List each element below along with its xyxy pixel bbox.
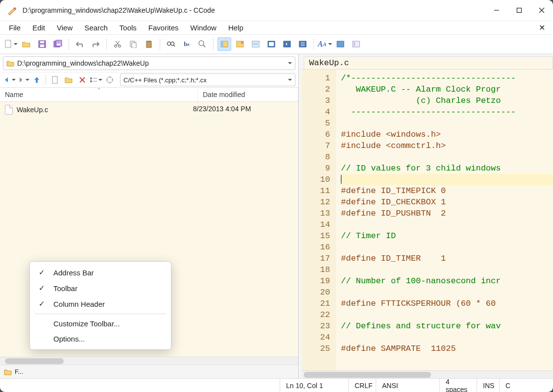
panel-button-6[interactable] xyxy=(296,37,310,51)
editor-tab[interactable]: WakeUp.c xyxy=(304,56,553,69)
status-language: C xyxy=(499,379,553,392)
open-file-button[interactable] xyxy=(20,37,33,51)
svg-point-20 xyxy=(171,42,174,46)
file-list[interactable]: WakeUp.c 8/23/2013 4:04 PM ✓ Address Bar… xyxy=(0,102,298,357)
panel-button-3[interactable] xyxy=(249,37,263,51)
menu-file[interactable]: File xyxy=(3,23,26,33)
address-bar[interactable]: D:\programming_windows\chap22\WakeUp xyxy=(3,56,295,70)
column-name[interactable]: ⌃ Name xyxy=(0,88,198,101)
new-file-nav-button[interactable] xyxy=(48,74,61,86)
window-title: D:\programming_windows\chap22\WakeUp\Wak… xyxy=(23,6,215,14)
menubar: File Edit View Search Tools Favorites Wi… xyxy=(0,21,553,34)
svg-rect-46 xyxy=(90,77,92,79)
main-toolbar: ba AA xyxy=(0,34,553,54)
status-filler xyxy=(0,379,280,392)
address-path: D:\programming_windows\chap22\WakeUp xyxy=(17,59,149,67)
status-indent: 4 spaces xyxy=(439,379,477,392)
check-icon: ✓ xyxy=(38,268,46,277)
target-button[interactable] xyxy=(103,74,116,86)
svg-point-19 xyxy=(168,42,171,46)
minimize-button[interactable] xyxy=(485,0,508,21)
check-icon: ✓ xyxy=(38,284,46,293)
code-editor[interactable]: 1234567891011121314151617181920212223242… xyxy=(302,70,553,370)
filter-caret-icon xyxy=(288,79,292,83)
editor-pane: WakeUp.c 1234567891011121314151617181920… xyxy=(302,54,553,378)
cm-address-bar[interactable]: ✓ Address Bar xyxy=(30,265,171,280)
line-number-gutter: 1234567891011121314151617181920212223242… xyxy=(302,70,336,370)
menu-view[interactable]: View xyxy=(51,23,78,33)
svg-point-22 xyxy=(199,41,204,46)
maximize-button[interactable] xyxy=(508,0,530,21)
context-menu: ✓ Address Bar ✓ Toolbar ✓ Column Header xyxy=(29,261,171,350)
panel-button-2[interactable] xyxy=(233,37,247,51)
cm-customize-toolbar[interactable]: Customize Toolbar... xyxy=(30,316,171,331)
new-file-button[interactable] xyxy=(4,37,18,51)
app-icon xyxy=(6,4,18,16)
panel-button-5[interactable] xyxy=(280,37,294,51)
panel-button-1[interactable] xyxy=(217,37,231,51)
font-style-button[interactable]: AA xyxy=(318,37,332,51)
svg-rect-1 xyxy=(517,8,522,13)
panel-button-8[interactable] xyxy=(349,37,363,51)
svg-rect-38 xyxy=(337,41,344,47)
folder-tab-icon xyxy=(4,368,12,375)
save-button[interactable] xyxy=(35,37,49,51)
redo-button[interactable] xyxy=(89,37,102,51)
document-close-icon[interactable]: ✕ xyxy=(534,22,550,33)
code-area[interactable]: /*--------------------------------- WAKE… xyxy=(336,70,553,370)
panel-button-7[interactable] xyxy=(334,37,347,51)
cut-button[interactable] xyxy=(111,37,124,51)
menu-help[interactable]: Help xyxy=(222,23,249,33)
status-eol: CRLF xyxy=(348,379,376,392)
filter-text: C/C++ Files (*.cpp;*.c;*.h;*.cx xyxy=(123,76,207,84)
paste-button[interactable] xyxy=(142,37,156,51)
find-button[interactable] xyxy=(164,37,178,51)
cm-column-header[interactable]: ✓ Column Header xyxy=(30,296,171,312)
replace-button[interactable]: ba xyxy=(180,37,193,51)
menu-favorites[interactable]: Favorites xyxy=(143,23,185,33)
file-name: WakeUp.c xyxy=(17,106,48,114)
find-in-files-button[interactable] xyxy=(195,37,209,51)
new-folder-nav-button[interactable] xyxy=(62,74,75,86)
cm-toolbar[interactable]: ✓ Toolbar xyxy=(30,280,171,296)
editor-h-scrollbar[interactable] xyxy=(302,370,553,378)
status-encoding: ANSI xyxy=(376,379,439,392)
svg-line-21 xyxy=(173,45,175,47)
svg-rect-18 xyxy=(147,41,150,42)
menu-tools[interactable]: Tools xyxy=(114,23,143,33)
status-insert: INS xyxy=(477,379,499,392)
copy-button[interactable] xyxy=(126,37,140,51)
view-mode-button[interactable] xyxy=(90,74,102,86)
cm-options[interactable]: Options... xyxy=(30,331,171,346)
file-row[interactable]: WakeUp.c 8/23/2013 4:04 PM xyxy=(0,102,298,118)
close-button[interactable] xyxy=(530,0,553,21)
menu-search[interactable]: Search xyxy=(78,23,114,33)
undo-button[interactable] xyxy=(73,37,87,51)
nav-back-button[interactable] xyxy=(3,74,16,86)
svg-rect-16 xyxy=(132,43,136,48)
panel-button-4[interactable] xyxy=(264,37,278,51)
column-date[interactable]: Date modified xyxy=(198,88,298,101)
context-menu-separator xyxy=(35,314,166,314)
file-date: 8/23/2013 4:04 PM xyxy=(193,105,293,115)
sort-indicator-icon: ⌃ xyxy=(97,87,101,93)
bottom-tab-label[interactable]: F... xyxy=(15,368,23,375)
statusbar: Ln 10, Col 1 CRLF ANSI 4 spaces INS C xyxy=(0,378,553,392)
svg-rect-43 xyxy=(52,76,57,83)
save-all-button[interactable] xyxy=(51,37,65,51)
menu-window[interactable]: Window xyxy=(185,23,222,33)
file-list-header[interactable]: ⌃ Name Date modified xyxy=(0,87,298,102)
svg-rect-25 xyxy=(221,41,223,47)
svg-rect-47 xyxy=(90,80,92,82)
menu-edit[interactable]: Edit xyxy=(26,23,51,33)
status-position: Ln 10, Col 1 xyxy=(280,379,348,392)
nav-up-button[interactable] xyxy=(30,74,43,86)
nav-forward-button[interactable] xyxy=(17,74,29,86)
address-dropdown-icon[interactable] xyxy=(288,62,292,66)
file-explorer-pane: D:\programming_windows\chap22\WakeUp C/C… xyxy=(0,54,299,378)
svg-rect-6 xyxy=(40,45,44,47)
explorer-h-scrollbar[interactable] xyxy=(0,357,298,365)
file-filter-dropdown[interactable]: C/C++ Files (*.cpp;*.c;*.h;*.cx xyxy=(120,74,295,86)
titlebar: D:\programming_windows\chap22\WakeUp\Wak… xyxy=(0,0,553,21)
delete-nav-button[interactable] xyxy=(76,74,89,86)
